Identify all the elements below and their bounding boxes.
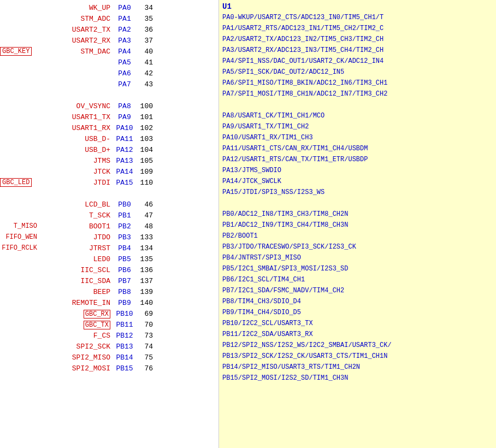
external-label: T_MISO [0, 222, 39, 230]
right-pin-description: PB12/SPI2_NSS/I2S2_WS/I2C2_SMBAI/USART3_… [222, 340, 493, 351]
pin-port: PB15 [114, 364, 135, 373]
pin-signal-label: IIC_SDA [59, 277, 114, 285]
pin-port: PB11 [114, 321, 135, 329]
pin-port: PA6 [114, 69, 135, 78]
pin-signal-label: SPI2_MOSI [59, 364, 114, 373]
pin-row: PA642 [0, 68, 219, 79]
pin-row: STM_ADCPA135 [0, 13, 219, 24]
pin-number: 73 [135, 332, 155, 340]
pin-number: 47 [135, 211, 155, 220]
external-label: FIFO_WEN [0, 233, 39, 241]
pin-number: 70 [135, 321, 155, 329]
pin-number: 109 [135, 168, 155, 176]
pin-row: WK_UPPA034 [0, 2, 219, 13]
pin-signal-label: JTRST [59, 244, 114, 252]
pin-port: PA1 [114, 15, 135, 23]
pin-port: PA9 [114, 113, 135, 121]
pin-port: PA14 [114, 168, 135, 176]
pin-port: PA5 [114, 58, 135, 67]
pin-row: LED0PB5135 [0, 254, 219, 264]
pin-number: 40 [135, 48, 155, 56]
pin-port: PB12 [114, 332, 135, 340]
boxed-pin-label: GBC_TX [84, 321, 110, 329]
pin-number: 36 [135, 26, 155, 34]
pin-row: SPI2_SCKPB1374 [0, 341, 219, 352]
pin-row: FIFO_WENJTDOPB3133 [0, 232, 219, 243]
pin-row: USART1_TXPA9101 [0, 111, 219, 122]
pin-row: BEEPPB8139 [0, 286, 219, 297]
pin-row: PA743 [0, 79, 219, 90]
pin-row: IIC_SDAPB7137 [0, 275, 219, 286]
pin-signal-label: IIC_SCL [59, 266, 114, 274]
pin-number: 43 [135, 80, 155, 89]
pin-number: 139 [135, 288, 155, 296]
pin-number: 101 [135, 113, 155, 121]
pin-number: 105 [135, 157, 155, 165]
pin-number: 135 [135, 255, 155, 263]
pin-number: 134 [135, 244, 155, 252]
pin-number: 104 [135, 146, 155, 154]
pin-signal-label: USB_D+ [59, 146, 114, 154]
pin-signal-label: USART1_TX [59, 113, 114, 121]
pin-signal-label: BEEP [59, 288, 114, 296]
pin-row: JTCKPA14109 [0, 166, 219, 177]
pin-number: 75 [135, 353, 155, 362]
pin-port: PB5 [114, 255, 135, 263]
pin-row: USART1_RXPA10102 [0, 122, 219, 133]
pin-port: PA11 [114, 135, 135, 143]
pin-signal-label: LCD_BL [59, 201, 114, 209]
pin-port: PB9 [114, 299, 135, 307]
pin-number: 46 [135, 201, 155, 209]
pin-row: FIFO_RCLKJTRSTPB4134 [0, 243, 219, 254]
pin-number: 41 [135, 58, 155, 67]
pin-signal-label: USB_D- [59, 135, 114, 143]
right-pin-description: PB3/JTDO/TRACESWO/SPI3_SCK/I2S3_CK [222, 241, 493, 252]
pin-row: OV_VSYNCPA8100 [0, 101, 219, 111]
right-pin-description: PA13/JTMS_SWDIO [222, 165, 493, 176]
pin-row: IIC_SCLPB6136 [0, 264, 219, 275]
right-pin-description: PA10/USART1_RX/TIM1_CH3 [222, 132, 493, 143]
pin-signal-label: USART2_TX [59, 26, 114, 34]
pin-row: USB_D-PA11103 [0, 133, 219, 144]
pin-port: PB6 [114, 266, 135, 274]
right-pin-description: PA9/USART1_TX/TIM1_CH2 [222, 121, 493, 132]
pin-signal-label: JTMS [59, 157, 114, 165]
right-pin-description: PA12/USART1_RTS/CAN_TX/TIM1_ETR/USBDP [222, 154, 493, 165]
pin-port: PA2 [114, 26, 135, 34]
pin-signal-label: REMOTE_IN [59, 299, 114, 307]
right-pin-description: PA11/USART1_CTS/CAN_RX/TIM1_CH4/USBDM [222, 143, 493, 154]
pin-row [0, 188, 219, 199]
pin-signal-label: STM_ADC [59, 15, 114, 23]
right-pin-description: PA1/USART2_RTS/ADC123_IN1/TIM5_CH2/TIM2_… [222, 23, 493, 34]
pin-signal-label: T_SCK [59, 211, 114, 220]
pin-number: 140 [135, 299, 155, 307]
right-pin-description: PA14/JTCK_SWCLK [222, 176, 493, 187]
pin-row: REMOTE_INPB9140 [0, 297, 219, 308]
pin-row: USART2_RXPA337 [0, 35, 219, 46]
pin-port: PB2 [114, 222, 135, 231]
pin-signal-label: GBC_TX [59, 321, 114, 329]
pin-port: PB0 [114, 201, 135, 209]
boxed-pin-label: GBC_RX [84, 310, 110, 319]
pin-port: PB3 [114, 233, 135, 241]
pin-port: PB13 [114, 343, 135, 351]
right-pin-description: PB9/TIM4_CH4/SDIO_D5 [222, 307, 493, 318]
pin-row: GBC_KEYSTM_DACPA440 [0, 46, 219, 57]
boxed-label: GBC_LED [0, 178, 32, 187]
pin-number: 102 [135, 124, 155, 132]
right-pin-description: PB4/JNTRST/SPI3_MISO [222, 252, 493, 263]
external-label: FIFO_RCLK [0, 244, 39, 252]
pin-port: PA12 [114, 146, 135, 154]
pin-signal-label: BOOT1 [59, 222, 114, 231]
left-panel: WK_UPPA034STM_ADCPA135USART2_TXPA236USAR… [0, 0, 219, 448]
pin-signal-label: GBC_RX [59, 310, 114, 318]
pin-port: PB14 [114, 353, 135, 362]
pin-port: PA8 [114, 102, 135, 110]
pin-number: 42 [135, 69, 155, 78]
pin-number: 69 [135, 310, 155, 318]
pin-number: 76 [135, 364, 155, 373]
pin-row: USART2_TXPA236 [0, 24, 219, 35]
right-pin-description: PB6/I2C1_SCL/TIM4_CH1 [222, 274, 493, 285]
right-empty-row [222, 198, 493, 209]
pin-row: GBC_TXPB1170 [0, 319, 219, 330]
